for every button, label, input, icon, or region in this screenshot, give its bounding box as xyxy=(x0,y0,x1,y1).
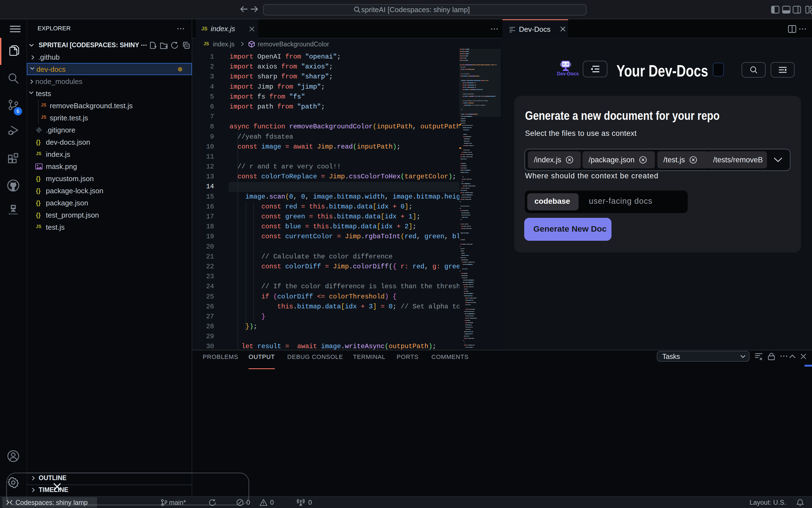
svg-text:Dev-Docs: Dev-Docs xyxy=(8,213,18,215)
svg-text:0_0: 0_0 xyxy=(563,63,568,66)
